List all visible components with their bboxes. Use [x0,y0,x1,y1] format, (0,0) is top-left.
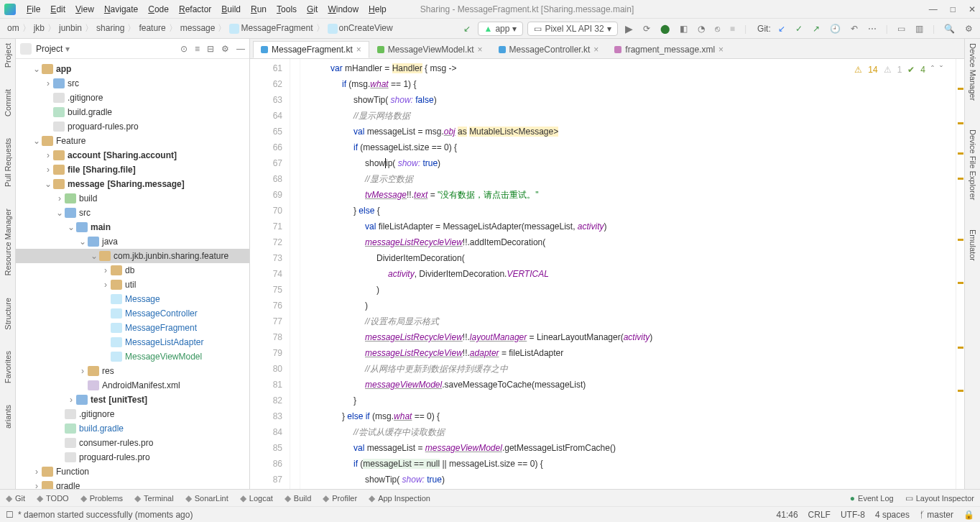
project-tree[interactable]: ⌄app›src.gitignorebuild.gradleproguard-r… [16,59,249,489]
chevron-right-icon[interactable]: › [43,78,53,88]
tree-node[interactable]: MessageViewModel [16,349,249,364]
tree-node[interactable]: proguard-rules.pro [16,450,249,464]
tree-node[interactable]: ⌄src [16,206,249,220]
settings-icon[interactable]: ⚙ [221,44,229,54]
chevron-down-icon[interactable]: ⌄ [32,136,42,146]
chevron-down-icon[interactable]: ⌄ [55,208,65,218]
tree-node[interactable]: ›build [16,191,249,206]
search-icon[interactable]: 🔍 [941,24,958,34]
bottom-tool-todo[interactable]: ◆ TODO [37,493,69,503]
tool-device-manager[interactable]: Device Manager [969,43,977,101]
chevron-down-icon[interactable]: ⌄ [32,64,42,74]
tree-node[interactable]: MessageController [16,306,249,321]
line-separator[interactable]: CRLF [808,510,831,520]
hide-icon[interactable]: — [236,44,245,54]
coverage-icon[interactable]: ◧ [677,24,690,34]
chevron-right-icon[interactable]: › [66,395,76,405]
tree-node[interactable]: .gitignore [16,407,249,421]
tree-node[interactable]: ›src [16,76,249,91]
tool-favorites[interactable]: Favorites [4,351,12,383]
stop-icon[interactable]: ■ [727,24,738,34]
indent-setting[interactable]: 4 spaces [875,510,910,520]
breadcrumb[interactable]: feature [136,23,168,33]
tree-node[interactable]: ⌄Feature [16,134,249,148]
tree-node[interactable]: ⌄main [16,220,249,234]
chevron-right-icon[interactable]: › [101,280,111,290]
expand-all-icon[interactable]: ≡ [195,44,200,54]
tree-node[interactable]: ›Function [16,464,249,479]
tree-node[interactable]: Message [16,292,249,306]
tree-node[interactable]: ›gradle [16,479,249,489]
tree-node[interactable]: ›account[Sharing.account] [16,148,249,162]
chevron-up-icon[interactable]: ˆ [931,62,934,78]
menu-refactor[interactable]: Refactor [174,2,216,17]
chevron-right-icon[interactable]: › [78,366,88,376]
git-rollback-icon[interactable]: ↶ [848,24,861,34]
code-editor[interactable]: ⚠14 ⚠1 ✔4 ˆ ˇ 61626364656667686970717273… [250,59,964,489]
menu-edit[interactable]: Edit [45,2,70,17]
tree-node[interactable]: ›test[unitTest] [16,393,249,407]
editor-tab[interactable]: MessageViewModel.kt× [369,41,491,58]
chevron-down-icon[interactable]: ˇ [940,62,943,78]
minimize-icon[interactable]: — [929,4,938,14]
bottom-tool-layout-inspector[interactable]: ▭ Layout Inspector [905,493,974,503]
git-update-icon[interactable]: ↙ [775,24,788,34]
breadcrumb[interactable]: junbin [56,23,85,33]
chevron-down-icon[interactable]: ⌄ [78,237,88,247]
debug-icon[interactable]: ⬤ [657,24,672,34]
close-icon[interactable]: ✕ [969,4,976,14]
sync-icon[interactable]: ↙ [461,24,473,34]
menu-tools[interactable]: Tools [272,2,302,17]
fold-gutter[interactable] [290,59,300,489]
chevron-down-icon[interactable]: ▾ [65,44,70,54]
breadcrumb[interactable]: om [4,23,22,33]
chevron-right-icon[interactable]: › [32,481,42,489]
close-tab-icon[interactable]: × [478,45,483,55]
chevron-right-icon[interactable]: › [55,193,65,203]
device-selector[interactable]: ▭ Pixel XL API 32 ▾ [527,22,617,36]
tree-node[interactable]: consumer-rules.pro [16,436,249,450]
tree-node[interactable]: ›db [16,263,249,278]
editor-tab[interactable]: MessageController.kt× [491,41,607,58]
run-config-selector[interactable]: ▲ app ▾ [478,22,524,36]
tree-node[interactable]: AndroidManifest.xml [16,378,249,393]
editor-tab[interactable]: MessageFragment.kt× [253,41,369,58]
status-indicator-icon[interactable]: ☐ [6,510,14,520]
bottom-tool-terminal[interactable]: ◆ Terminal [134,493,174,503]
run-button[interactable]: ▶ [622,23,636,35]
bottom-tool-logcat[interactable]: ◆ Logcat [240,493,273,503]
select-opened-icon[interactable]: ⊙ [180,44,188,54]
editor-tab[interactable]: fragment_message.xml× [606,41,731,58]
close-tab-icon[interactable]: × [718,45,724,55]
git-history-icon[interactable]: 🕘 [827,24,843,34]
tree-node[interactable]: build.gradle [16,105,249,119]
breadcrumb[interactable]: jkb [31,23,47,33]
tool-ariants[interactable]: ariants [4,405,12,429]
apply-changes-icon[interactable]: ⟳ [640,24,653,34]
tool-pull-requests[interactable]: Pull Requests [4,138,12,187]
chevron-right-icon[interactable]: › [32,467,42,477]
menu-git[interactable]: Git [302,2,323,17]
profiler-icon[interactable]: ◔ [695,24,708,34]
tool-commit[interactable]: Commit [4,89,12,116]
breadcrumb[interactable]: MessageFragment [226,23,315,33]
settings-icon[interactable]: ⚙ [962,24,976,34]
tool-project[interactable]: Project [4,43,12,68]
breadcrumb[interactable]: message [177,23,218,33]
tree-node[interactable]: ›res [16,364,249,378]
code-content[interactable]: var mHandler = Handler { msg ->if (msg.w… [300,59,956,489]
more-icon[interactable]: ⋯ [865,24,879,34]
tree-node[interactable]: .gitignore [16,91,249,105]
menu-window[interactable]: Window [323,2,364,17]
inspection-summary[interactable]: ⚠14 ⚠1 ✔4 ˆ ˇ [854,62,943,78]
chevron-right-icon[interactable]: › [43,165,53,175]
tool-structure[interactable]: Structure [4,298,12,330]
tree-node[interactable]: ›file[Sharing.file] [16,162,249,177]
bottom-tool-sonarlint[interactable]: ◆ SonarLint [185,493,228,503]
git-branch[interactable]: ᚶ master [920,510,953,520]
chevron-right-icon[interactable]: › [101,265,111,275]
tool-device-file-explorer[interactable]: Device File Explorer [969,129,977,200]
chevron-down-icon[interactable]: ⌄ [89,251,99,261]
bottom-tool-git[interactable]: ◆ Git [6,493,25,503]
bottom-tool-app-inspection[interactable]: ◆ App Inspection [369,493,430,503]
